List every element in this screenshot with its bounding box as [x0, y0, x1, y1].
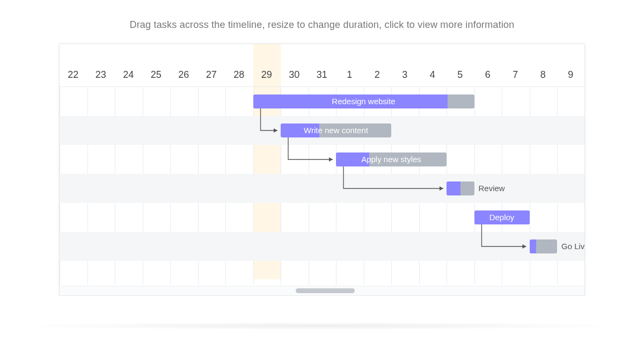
- horizontal-scrollbar[interactable]: [60, 286, 584, 295]
- day-2: 2: [364, 63, 392, 86]
- task-row-review: Review: [60, 174, 584, 203]
- day-7: 7: [502, 63, 530, 86]
- day-25: 25: [143, 63, 171, 86]
- day-scale: 22232425262728293031123456789: [60, 63, 584, 86]
- day-28: 28: [225, 63, 253, 86]
- day-3: 3: [391, 63, 419, 86]
- task-progress-golive: [530, 239, 537, 253]
- task-bar-styles[interactable]: Apply new styles: [336, 152, 447, 166]
- task-label-review: Review: [479, 181, 505, 195]
- task-bar-redesign[interactable]: Redesign website: [253, 94, 474, 108]
- task-row-content: Write new content: [60, 116, 584, 145]
- day-4: 4: [419, 63, 447, 86]
- day-22: 22: [60, 63, 87, 86]
- timeline-header: 22232425262728293031123456789: [60, 44, 584, 87]
- day-23: 23: [87, 63, 115, 86]
- task-label-golive: Go Liv: [561, 239, 584, 253]
- task-progress-review: [447, 181, 460, 195]
- task-progress-redesign: [253, 94, 448, 108]
- task-progress-styles: [336, 152, 369, 166]
- task-bar-content[interactable]: Write new content: [281, 123, 391, 137]
- task-progress-content: [281, 123, 319, 137]
- task-row-redesign: Redesign website: [60, 87, 584, 116]
- day-26: 26: [170, 63, 198, 86]
- day-31: 31: [309, 63, 336, 86]
- day-30: 30: [281, 63, 309, 86]
- task-progress-deploy: [474, 210, 530, 224]
- day-6: 6: [474, 63, 502, 86]
- task-row-golive: Go Liv: [60, 232, 584, 261]
- day-9: 9: [557, 63, 585, 86]
- day-24: 24: [115, 63, 143, 86]
- day-8: 8: [530, 63, 558, 86]
- scrollbar-thumb[interactable]: [296, 288, 355, 293]
- day-1: 1: [336, 63, 364, 86]
- gantt-rows: Redesign websiteWrite new contentApply n…: [60, 87, 584, 285]
- day-5: 5: [447, 63, 474, 86]
- task-row-styles: Apply new styles: [60, 145, 584, 174]
- task-row-deploy: Deploy: [60, 203, 584, 232]
- day-29: 29: [253, 63, 281, 86]
- day-27: 27: [198, 63, 226, 86]
- task-bar-review[interactable]: [447, 181, 474, 195]
- instruction-caption: Drag tasks across the timeline, resize t…: [0, 0, 644, 43]
- gantt-chart[interactable]: 22232425262728293031123456789 Redesign w…: [59, 43, 585, 296]
- task-bar-deploy[interactable]: Deploy: [474, 210, 530, 224]
- task-bar-golive[interactable]: [530, 239, 558, 253]
